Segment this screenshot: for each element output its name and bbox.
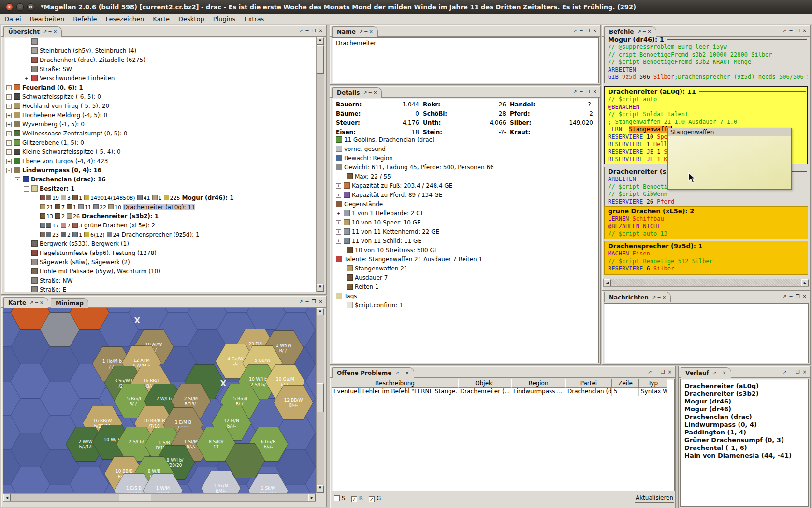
tree-row[interactable]: Bergwerk (s533), Bergwerk (1) [4,239,316,249]
column-header-zeile[interactable]: Zeile [612,379,639,388]
dock-icon[interactable]: ↗ ─ × [637,29,651,34]
dock-icon[interactable]: ↗ ─ × [712,370,726,375]
tree-row[interactable]: +Feuerland (0, 6): 1 [4,83,316,92]
details-row[interactable]: Ausdauer 7 [336,273,597,283]
expander-icon[interactable]: + [6,85,12,90]
panel-controls[interactable]: ↗─❐× [296,28,323,33]
panel-controls[interactable]: ↗─❐× [645,369,672,374]
scroll-down-icon[interactable]: ▼ [317,284,324,292]
details-row[interactable]: Gegenstände [336,200,597,209]
scroll-left-icon[interactable]: ◀ [604,279,611,286]
tree-row[interactable]: 2171112210Drachenreiter (aL0q): 11 [4,203,316,212]
tab-karte[interactable]: Karte ↗ ─ × [3,297,48,308]
details-row[interactable]: +11 von 11 Schild: 11 GE [336,237,597,246]
tree-row[interactable]: Drachenhort (drac), Zitadelle (6275) [4,56,316,65]
problem-cell[interactable]: 5 [612,388,639,396]
tree-row[interactable] [4,37,316,46]
tree-row[interactable]: -Besitzer: 1 [4,184,316,194]
expander-icon[interactable]: + [6,140,12,146]
order-line[interactable]: LERNEN Schiffbau [608,215,808,223]
details-row[interactable]: vorne, gesund [336,145,597,154]
dock-icon[interactable]: ↗ ─ × [43,29,57,34]
panel-controls[interactable]: ↗─❐× [570,28,597,33]
details-row[interactable]: Gewicht: 611, Ladung 45, Pferde: 500, Pe… [336,163,597,172]
menu-extras[interactable]: Extras [240,14,268,24]
history-item[interactable]: Drachenreiter (aL0q) [684,382,804,390]
panel-controls[interactable]: ↗─❐× [296,299,323,304]
column-header-typ[interactable]: Typ [639,379,667,388]
expander-icon[interactable]: + [336,193,341,198]
expander-icon[interactable]: + [336,239,341,244]
expander-icon[interactable]: + [6,94,12,100]
menu-befehle[interactable]: Befehle [69,14,101,24]
tab-verlauf[interactable]: Verlauf ↗ ─ × [681,367,731,378]
order-line[interactable]: // @suppressProblem Burg leer i5yw [608,44,808,51]
history-item[interactable]: Hain von Diamenesia (44, -41) [684,452,804,460]
order-line[interactable]: @BEZAHLEN NICHT [608,223,808,231]
order-line[interactable]: @BEWACHEN [608,104,807,111]
expander-icon[interactable]: + [6,159,12,164]
close-window-icon[interactable]: x [6,3,13,11]
tab-minimap[interactable]: Minimap [51,298,88,308]
region-tree[interactable]: Steinbruch (sh5y), Steinbruch (4)Drachen… [4,37,316,292]
details-row[interactable]: 11 Goblins, Drachenclan (drac) [336,135,597,145]
history-item[interactable]: Grüner Drachensumpf (0, 3) [684,436,804,444]
order-line[interactable]: // cript BenoetigeFremd s3b2 10000 22800… [608,51,808,59]
details-row[interactable]: Talente: Stangenwaffen 21 Ausdauer 7 Rei… [336,255,597,264]
expander-icon[interactable]: + [24,76,29,81]
tree-row[interactable]: +Glitzerebene (1, 5): 0 [4,138,316,148]
autocomplete-item[interactable]: Stangenwaffen [668,128,791,136]
order-line[interactable]: // $cript Soldat Talent [608,111,807,119]
expander-icon[interactable]: + [336,211,341,216]
problem-cell[interactable]: Eventuell Fehler im Befehl "LERNE Stange… [332,388,458,396]
expander-icon[interactable]: + [6,131,12,136]
expander-icon[interactable]: + [6,149,12,155]
scroll-thumb[interactable] [317,383,324,412]
tab-name[interactable]: Name ↗ ─ × [332,26,378,37]
dock-icon[interactable]: ↗ ─ × [395,370,409,375]
column-header-region[interactable]: Region [511,379,566,388]
expander-icon[interactable]: + [6,113,12,118]
orders-unit-section[interactable]: Mogur (dr46): 1// @suppressProblem Burg … [604,35,808,83]
refresh-button[interactable]: Aktualisieren [635,493,674,503]
details-row[interactable]: +10 von 10 Speer: 10 GE [336,218,597,227]
tree-row[interactable]: +Kleine Schwarzfelsspitze (-5, 4): 0 [4,148,316,157]
scroll-up-icon[interactable]: ▲ [317,37,324,45]
history-item[interactable]: Paddington (1, 4) [684,429,804,436]
tab-probleme[interactable]: Offene Probleme ↗ ─ × [332,367,414,378]
dock-icon[interactable]: ↗ ─ × [359,29,373,34]
tree-row[interactable]: Hagelsturmfeste (abp6), Festung (1278) [4,249,316,258]
order-line[interactable]: MACHEN Eisen [608,250,808,258]
tree-row[interactable]: 1931149014(148508)411225Mogur (dr46): 1 [4,194,316,203]
tree-row[interactable]: +Wellnessoase Zentralsumpf (0, 5): 0 [4,129,316,138]
panel-controls[interactable]: ↗─❐× [780,28,807,33]
menu-plugins[interactable]: Plugins [209,14,240,24]
menu-bearbeiten[interactable]: Bearbeiten [26,14,69,24]
expander-icon[interactable]: + [6,104,12,109]
tree-row[interactable]: +Ebene von Turgos (-4, 4): 423 [4,157,316,166]
column-header-partei[interactable]: Partei [566,379,612,388]
menu-karte[interactable]: Karte [148,14,174,24]
dock-icon[interactable]: ↗ ─ × [363,90,377,95]
panel-controls[interactable]: ↗─❐× [780,294,807,299]
checkbox-g[interactable]: ✓ [369,496,375,502]
details-row[interactable]: 10 von 10 Streitross: 500 GE [336,246,597,255]
scroll-right-icon[interactable]: ▶ [801,279,809,286]
order-line[interactable]: RESERVIERE 6 Silber [608,265,808,273]
details-row[interactable]: Bewacht: Region [336,154,597,163]
orders-unit-section[interactable]: Drachensprecher (9z5d): 1MACHEN Eisen// … [604,241,808,275]
orders-hscrollbar[interactable]: ◀ ▶ [603,279,809,287]
tab-nachrichten[interactable]: Nachrichten ↗ ─ × [604,292,671,302]
tree-row[interactable]: Straße: SW [4,65,316,74]
order-line[interactable]: // $cript auto [608,96,807,104]
tree-row[interactable]: +Hochebene Meldorg (-4, 5): 0 [4,111,316,120]
problem-cell[interactable]: Syntax W... [639,388,667,396]
map-vscrollbar[interactable]: ▲ ▼ [316,308,324,493]
column-header-beschreibung[interactable]: Beschreibung [332,379,458,388]
panel-controls[interactable]: ↗─❐× [780,369,807,374]
tree-row[interactable]: Straße: NW [4,276,316,285]
tree-row[interactable]: +Verschwundene Einheiten [4,74,316,83]
tree-row[interactable]: Höhle mit Palisade (i5yw), Wachturm (10) [4,267,316,276]
scroll-right-icon[interactable]: ▶ [308,494,316,501]
details-row[interactable]: $cript.confirm: 1 [336,301,597,310]
